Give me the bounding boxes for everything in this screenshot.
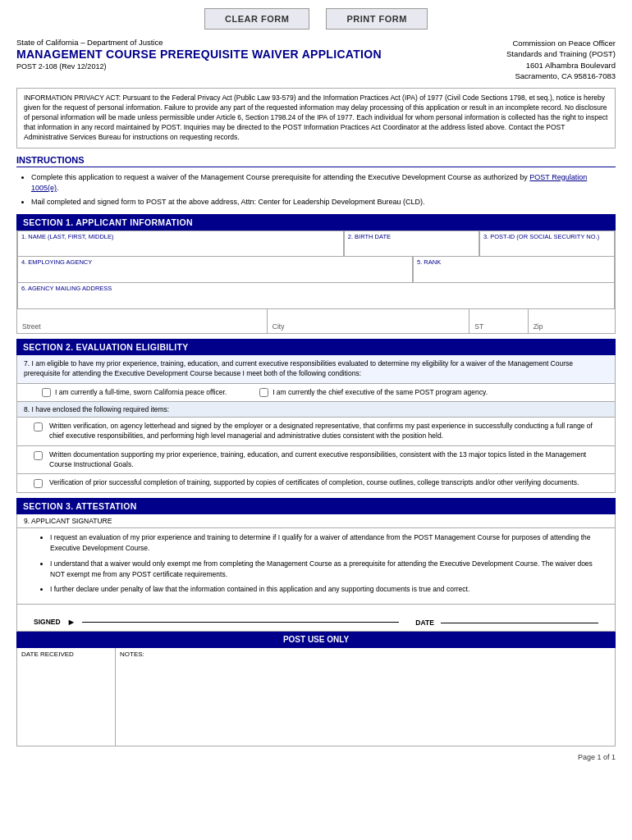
attestation-bullets: I request an evaluation of my prior expe… <box>16 528 616 605</box>
commission-line3: 1601 Alhambra Boulevard <box>506 60 616 71</box>
birthdate-label: 2. BIRTH DATE <box>348 233 475 240</box>
attestation-list: I request an evaluation of my prior expe… <box>42 532 598 595</box>
checkbox-chief-executive: I am currently the chief executive of th… <box>259 388 488 397</box>
commission-line1: Commission on Peace Officer <box>506 38 616 48</box>
street-label: Street <box>22 322 262 331</box>
section3-header: SECTION 3. ATTESTATION <box>16 498 616 514</box>
agency-name: State of California – Department of Just… <box>16 38 506 47</box>
eligibility-checkboxes: I am currently a full-time, sworn Califo… <box>16 384 616 402</box>
signature-line <box>82 622 399 623</box>
date-block: DATE <box>415 619 598 627</box>
mailing-address-cell: 6. AGENCY MAILING ADDRESS <box>17 283 615 309</box>
enclosed-item-3: Verification of prior successful complet… <box>16 474 616 493</box>
chief-executive-label: I am currently the chief executive of th… <box>272 388 488 396</box>
form-id: POST 2-108 (Rev 12/2012) <box>16 62 506 71</box>
instructions-section: INSTRUCTIONS Complete this application t… <box>16 155 616 208</box>
street-input[interactable] <box>22 312 262 321</box>
city-input[interactable] <box>272 312 464 321</box>
page-number: Page 1 of 1 <box>16 753 616 761</box>
regulation-link[interactable]: POST Regulation 1005(e) <box>31 173 587 193</box>
name-input[interactable] <box>21 242 340 251</box>
post-date-received: DATE RECEIVED <box>17 648 116 746</box>
section1-header: SECTION 1. APPLICANT INFORMATION <box>16 214 616 231</box>
attestation-item-2: I understand that a waiver would only ex… <box>50 559 598 580</box>
postid-input[interactable] <box>483 242 611 251</box>
state-label: ST <box>474 322 522 331</box>
peace-officer-label: I am currently a full-time, sworn Califo… <box>55 388 227 396</box>
mailing-input[interactable] <box>21 294 611 303</box>
agency-field-cell: 4. EMPLOYING AGENCY <box>17 257 413 283</box>
instructions-list: Complete this application to request a w… <box>16 172 616 208</box>
form-header: State of California – Department of Just… <box>16 38 616 81</box>
form-title: MANAGEMENT COURSE PREREQUISITE WAIVER AP… <box>16 48 506 61</box>
privacy-notice: INFORMATION PRIVACY ACT: Pursuant to the… <box>16 88 616 148</box>
signed-label: SIGNED <box>34 618 61 626</box>
city-cell: City <box>268 309 469 333</box>
birthdate-field-cell: 2. BIRTH DATE <box>344 231 479 257</box>
eligibility-text: 7. I am eligible to have my prior experi… <box>16 355 616 384</box>
zip-cell: Zip <box>529 309 615 333</box>
commission-line2: Standards and Training (POST) <box>506 48 616 59</box>
name-label: 1. NAME (LAST, FIRST, MIDDLE) <box>21 233 340 240</box>
header-left: State of California – Department of Just… <box>16 38 506 71</box>
attestation-item-1: I request an evaluation of my prior expe… <box>50 532 598 554</box>
address-sub-row: Street City ST Zip <box>16 309 616 334</box>
post-use-header: POST USE ONLY <box>16 632 616 648</box>
enclosed-checkbox-1[interactable] <box>34 422 43 431</box>
postid-label: 3. POST-ID (OR SOCIAL SECURITY NO.) <box>483 233 611 240</box>
header-right: Commission on Peace Officer Standards an… <box>506 38 616 81</box>
field-row-2: 4. EMPLOYING AGENCY 5. RANK <box>16 257 616 283</box>
zip-input[interactable] <box>534 312 610 321</box>
enclosed-item-2: Written documentation supporting my prio… <box>16 446 616 475</box>
agency-input[interactable] <box>21 267 409 276</box>
enclosed-item-1: Written verification, on agency letterhe… <box>16 418 616 446</box>
chief-executive-checkbox[interactable] <box>259 388 268 397</box>
field-row-1: 1. NAME (LAST, FIRST, MIDDLE) 2. BIRTH D… <box>16 231 616 257</box>
enclosed-text-2: Written documentation supporting my prio… <box>49 450 598 470</box>
name-field-cell: 1. NAME (LAST, FIRST, MIDDLE) <box>17 231 344 257</box>
peace-officer-checkbox[interactable] <box>42 388 51 397</box>
instructions-item-2: Mail completed and signed form to POST a… <box>31 197 616 208</box>
instructions-item-1: Complete this application to request a w… <box>31 172 616 194</box>
top-buttons-bar: CLEAR FORM PRINT FORM <box>16 8 616 30</box>
print-form-button[interactable]: PRINT FORM <box>326 8 427 30</box>
rank-label: 5. RANK <box>417 258 611 266</box>
signed-block: SIGNED ► <box>34 617 399 627</box>
post-use-body: DATE RECEIVED NOTES: <box>16 648 616 746</box>
enclosed-text-1: Written verification, on agency letterhe… <box>49 422 598 441</box>
mailing-label: 6. AGENCY MAILING ADDRESS <box>21 285 611 292</box>
date-label: DATE <box>415 619 434 627</box>
applicant-sig-label: 9. APPLICANT SIGNATURE <box>16 514 616 528</box>
city-label: City <box>272 322 464 331</box>
rank-field-cell: 5. RANK <box>413 257 615 283</box>
commission-line4: Sacramento, CA 95816-7083 <box>506 71 616 81</box>
state-input[interactable] <box>474 312 522 321</box>
instructions-title: INSTRUCTIONS <box>16 155 616 167</box>
section2-header: SECTION 2. EVALUATION ELIGIBILITY <box>16 339 616 355</box>
clear-form-button[interactable]: CLEAR FORM <box>204 8 309 30</box>
enclosed-header: 8. I have enclosed the following require… <box>16 402 616 418</box>
postid-field-cell: 3. POST-ID (OR SOCIAL SECURITY NO.) <box>479 231 615 257</box>
arrow-icon: ► <box>67 617 76 627</box>
checkbox-peace-officer: I am currently a full-time, sworn Califo… <box>42 388 227 397</box>
field-row-3: 6. AGENCY MAILING ADDRESS <box>16 283 616 309</box>
post-notes: NOTES: <box>116 648 615 746</box>
rank-input[interactable] <box>417 267 611 276</box>
state-cell: ST <box>469 309 528 333</box>
enclosed-checkbox-2[interactable] <box>34 451 43 460</box>
enclosed-checkbox-3[interactable] <box>34 479 43 488</box>
street-cell: Street <box>17 309 268 333</box>
enclosed-text-3: Verification of prior successful complet… <box>49 478 579 488</box>
date-line <box>441 623 598 623</box>
agency-label: 4. EMPLOYING AGENCY <box>21 258 409 266</box>
signature-area: SIGNED ► DATE <box>16 605 616 632</box>
birthdate-input[interactable] <box>348 242 475 251</box>
zip-label: Zip <box>534 322 610 331</box>
attestation-item-3: I further declare under penalty of law t… <box>50 584 598 595</box>
